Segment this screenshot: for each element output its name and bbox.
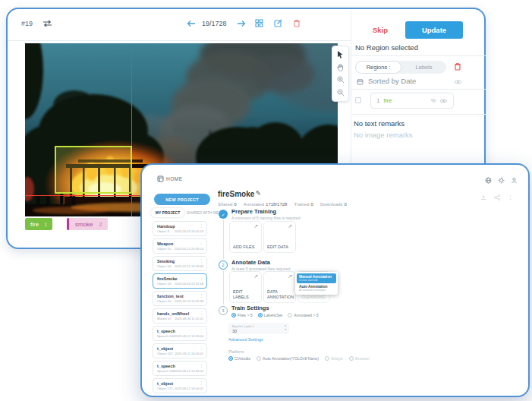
globe-icon[interactable] (485, 177, 492, 184)
project-card[interactable]: t_object⋮Object 1672023-09-11 16:04:41 (153, 343, 207, 358)
region-percent-icon[interactable]: % (431, 98, 436, 103)
regions-tab[interactable]: Regions : (355, 61, 401, 74)
pan-tool-icon[interactable] (337, 64, 344, 71)
divider (351, 89, 486, 90)
edit-annotation-icon[interactable] (274, 19, 282, 27)
project-card[interactable]: Smoking⋮Object 162023-02-15 13:18:46 (153, 256, 207, 271)
swap-icon[interactable] (42, 20, 52, 27)
platform-browser[interactable]: Browser (349, 356, 370, 361)
advanced-settings-link[interactable]: Advanced Settings (228, 337, 263, 342)
image-position: 19/1728 (202, 20, 227, 27)
step-connector (223, 271, 224, 305)
zoom-out-icon[interactable] (337, 89, 345, 96)
project-card[interactable]: t_speech⋮Speech 1682023-09-12 13:33:04 (153, 361, 207, 376)
data-annotation-card[interactable]: ↗DATA ANNOTATION (263, 271, 296, 303)
platform-widget[interactable]: Widget (325, 356, 343, 361)
bounding-box-fire[interactable] (55, 146, 132, 194)
step3-indicator: 3 (219, 306, 228, 315)
user-icon[interactable] (511, 177, 518, 184)
train-options: Files > 5 Labels/Set Annotated > 5 (231, 313, 319, 317)
labels-tab[interactable]: Labels (401, 61, 446, 74)
option-files[interactable]: Files > 5 (231, 313, 253, 317)
dashboard-window: HOME ⋮ NEW PROJECT MY PROJECT SHARED WIT… (140, 163, 530, 397)
sort-icon (357, 78, 364, 85)
step1-subtitle: A minimum of 5 training files is require… (231, 216, 301, 220)
tab-shared-with-me[interactable]: SHARED WITH ME (187, 208, 219, 217)
download-icon[interactable] (480, 194, 486, 200)
edit-labels-card[interactable]: ↗EDIT LABELS (229, 271, 262, 303)
new-project-button[interactable]: NEW PROJECT (154, 194, 210, 205)
project-title: fireSmoke (218, 190, 254, 198)
region-visibility-icon[interactable] (439, 98, 448, 104)
label-chip-smoke[interactable]: smoke 2 (67, 218, 108, 230)
window-actions (485, 177, 518, 184)
sort-label[interactable]: Sorted by Date (368, 77, 416, 85)
project-card[interactable]: hands_onWheel⋮Motion 672023-08-30 11:52:… (153, 308, 207, 324)
option-annotated[interactable]: Annotated > 5 (288, 313, 318, 317)
no-region-text: No Region selected (355, 43, 418, 52)
manual-annotation-option[interactable]: Manual Annotation Create and edit (297, 273, 336, 283)
step1-title: Prepare Training (231, 208, 276, 215)
more-icon[interactable]: ⋮ (508, 194, 513, 200)
canvas-tool-palette (332, 46, 349, 102)
platform-auto[interactable]: Auto Annotation(YOLOv8 Nano) (257, 356, 319, 361)
project-card[interactable]: t_speech⋮Speech 1642023-09-11 13:33:04 (153, 326, 207, 341)
grid-view-icon[interactable] (255, 19, 263, 27)
annotation-menu: Manual Annotation Create and edit Auto A… (295, 272, 338, 295)
step2-title: Annotate Data (231, 259, 270, 266)
step2-indicator: 2 (219, 260, 228, 270)
project-card[interactable]: Weapon⋮Object 152023-05-15 20:06:14 (153, 238, 207, 254)
spinner-icons[interactable]: ▴▾ (285, 324, 286, 332)
divider (351, 114, 486, 115)
update-button[interactable]: Update (405, 21, 463, 39)
edit-data-card[interactable]: ↗EDIT DATA (263, 221, 296, 253)
delete-regions-icon[interactable] (454, 62, 461, 71)
zoom-in-icon[interactable] (337, 76, 345, 84)
step3-title: Train Settings (231, 305, 269, 311)
region-checkbox[interactable] (355, 97, 361, 103)
toolbar-divider (8, 40, 351, 41)
label-chip-fire[interactable]: fire 1 (25, 218, 52, 230)
home-icon[interactable] (157, 175, 164, 182)
next-image-button[interactable] (237, 20, 246, 27)
region-row[interactable]: 1 fire % (370, 93, 454, 109)
auto-annotation-option[interactable]: Auto Annotation AI assisted annotation (297, 283, 336, 293)
visibility-all-icon[interactable] (454, 79, 462, 85)
image-id: #19 (21, 20, 33, 27)
option-labels[interactable]: Labels/Set (258, 313, 283, 317)
gear-icon[interactable] (498, 177, 505, 184)
platform-options: CVstudio Auto Annotation(YOLOv8 Nano) Wi… (228, 356, 370, 361)
step1-indicator: ✓ (219, 210, 228, 219)
project-card[interactable]: Handsup⋮Object 32023-04-03 10:20:19 (153, 221, 207, 236)
platform-cvstudio[interactable]: CVstudio (228, 356, 250, 361)
project-stats: Shared0 Annotated1718/1728 Trained0 Down… (218, 202, 347, 207)
add-files-card[interactable]: ↗ADD FILES (229, 221, 262, 253)
project-card-selected[interactable]: fireSmoke⋮Object 182024-04-03 13:31:48 (153, 273, 207, 289)
tab-my-project[interactable]: MY PROJECT (151, 208, 184, 217)
share-icon[interactable] (494, 194, 500, 200)
divider (351, 55, 486, 56)
skip-button[interactable]: Skip (357, 21, 404, 38)
project-actions: ⋮ (480, 194, 513, 200)
delete-image-icon[interactable] (293, 19, 301, 27)
edit-title-icon[interactable]: ✎ (256, 190, 261, 197)
step-connector (223, 220, 224, 259)
project-card[interactable]: t_object⋮Object 1712023-09-12 16:04:41 (153, 378, 207, 393)
no-image-remarks: No image remarks (354, 131, 413, 139)
prev-image-button[interactable] (187, 20, 196, 27)
home-label[interactable]: HOME (166, 176, 183, 182)
no-text-remarks: No text remarks (354, 119, 405, 128)
region-label: fire (383, 97, 427, 104)
select-tool-icon[interactable] (337, 51, 344, 58)
regions-labels-toggle: Regions : Labels (355, 61, 446, 74)
platform-label: Platform (228, 349, 244, 354)
project-card[interactable]: function_test⋮Object 202023-05-20 14:35:… (153, 291, 207, 306)
epochs-select[interactable]: Epochs ( yolo ) 30 ▴▾ (228, 323, 289, 334)
